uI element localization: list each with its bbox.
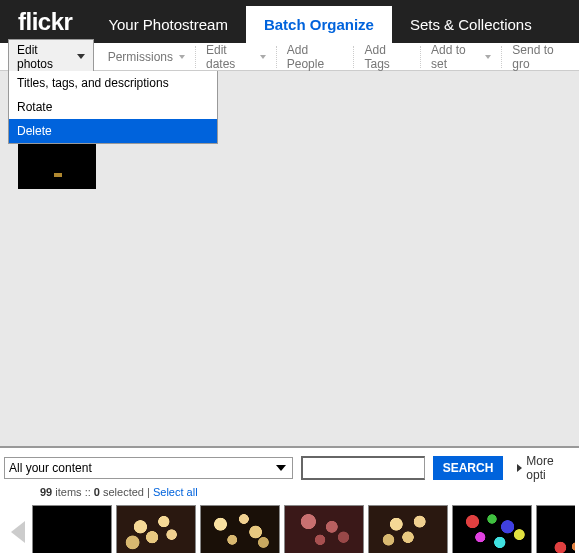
dropdown-item-delete[interactable]: Delete [9,119,217,143]
strip-thumb[interactable] [32,505,112,553]
strip-thumb[interactable] [116,505,196,553]
select-all-link[interactable]: Select all [153,486,198,498]
caret-down-icon [485,55,491,59]
strip-thumb[interactable] [284,505,364,553]
edit-photos-button[interactable]: Edit photos [8,39,94,75]
add-to-set-menu[interactable]: Add to set [421,46,502,68]
arrow-left-icon [11,521,25,543]
strip-thumb[interactable] [536,505,575,553]
photo-strip [4,502,575,553]
add-tags-button[interactable]: Add Tags [354,46,421,68]
selected-photo-thumb[interactable] [18,137,96,189]
header: flickr Your Photostream Batch Organize S… [0,0,579,43]
caret-down-icon [77,54,85,59]
more-options-toggle[interactable]: More opti [517,454,575,482]
caret-down-icon [179,55,185,59]
strip-thumb[interactable] [452,505,532,553]
content-filter-select[interactable]: All your content [4,457,293,479]
main-tabs: Your Photostream Batch Organize Sets & C… [90,0,549,43]
caret-down-icon [260,55,266,59]
tab-sets-collections[interactable]: Sets & Collections [392,6,550,43]
search-button[interactable]: SEARCH [433,456,504,480]
strip-prev-button[interactable] [4,521,32,543]
status-row: 99 items :: 0 selected | Select all [4,482,575,502]
tab-photostream[interactable]: Your Photostream [90,6,246,43]
edit-photos-label: Edit photos [17,43,71,71]
bottom-panel: All your content SEARCH More opti 99 ite… [0,446,579,553]
permissions-menu[interactable]: Permissions [98,46,196,68]
filter-row: All your content SEARCH More opti [4,454,575,482]
logo[interactable]: flickr [0,8,90,36]
item-count: 99 [40,486,52,498]
send-to-group-button[interactable]: Send to gro [502,46,579,68]
search-input[interactable] [301,456,425,480]
strip-thumb[interactable] [368,505,448,553]
edit-photos-dropdown: Titles, tags, and descriptions Rotate De… [8,71,218,144]
strip-thumb[interactable] [200,505,280,553]
add-people-button[interactable]: Add People [277,46,355,68]
toolbar: Edit photos Permissions Edit dates Add P… [0,43,579,71]
edit-dates-menu[interactable]: Edit dates [196,46,277,68]
tab-batch-organize[interactable]: Batch Organize [246,6,392,43]
strip-thumbs [32,505,575,553]
dropdown-item-rotate[interactable]: Rotate [9,95,217,119]
dropdown-item-titles[interactable]: Titles, tags, and descriptions [9,71,217,95]
